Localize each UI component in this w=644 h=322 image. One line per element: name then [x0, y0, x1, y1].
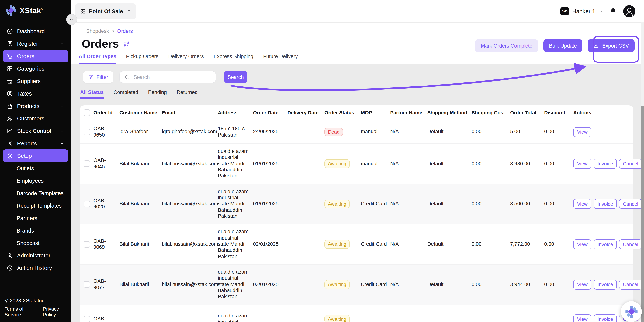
cancel-button[interactable]: Cancel: [619, 159, 642, 169]
sidebar-item-categories[interactable]: Categories: [3, 62, 68, 75]
view-button[interactable]: View: [573, 127, 592, 137]
email: iqra.ghafoor@xstak.com: [162, 129, 218, 135]
sidebar-item-reports[interactable]: Reports: [3, 137, 68, 150]
row-checkbox[interactable]: [84, 201, 90, 207]
filter-button[interactable]: Filter: [83, 71, 113, 83]
sidebar-item-suppliers[interactable]: Suppliers: [3, 75, 68, 87]
sidebar-subitem-outlets[interactable]: Outlets: [3, 162, 68, 174]
row-checkbox[interactable]: [84, 316, 90, 322]
sidebar-item-orders[interactable]: Orders: [3, 50, 68, 62]
column-header-order-id: Order Id: [94, 110, 120, 116]
store-icon: [6, 78, 13, 84]
mop: manual: [361, 161, 390, 167]
view-button[interactable]: View: [573, 159, 592, 169]
shipping-method: Default: [427, 241, 472, 247]
sidebar-item-customers[interactable]: Customers: [3, 112, 68, 125]
sidebar-item-dashboard[interactable]: Dashboard: [3, 25, 68, 37]
content-panel: Filter Search All StatusCompletedPending…: [71, 64, 644, 322]
row-checkbox[interactable]: [84, 161, 90, 167]
vertical-scrollbar[interactable]: [640, 22, 644, 322]
privacy-policy-link[interactable]: Privacy Policy: [43, 306, 66, 318]
sidebar-subitem-employees[interactable]: Employees: [3, 174, 68, 187]
terms-of-service-link[interactable]: Terms of Service: [4, 306, 33, 318]
sidebar-item-label: Register: [17, 40, 38, 47]
tab-all-order-types[interactable]: All Order Types: [79, 54, 116, 64]
sidebar-item-action-history[interactable]: Action History: [3, 262, 68, 274]
invoice-button[interactable]: Invoice: [594, 199, 617, 209]
topbar: Point Of Sale QMS Hanker 1: [71, 0, 644, 23]
sidebar-item-products[interactable]: Products: [3, 100, 68, 112]
avatar[interactable]: [623, 5, 636, 17]
export-csv-button[interactable]: Export CSV: [588, 39, 634, 52]
view-button[interactable]: View: [573, 239, 592, 249]
gear-icon: [6, 152, 13, 159]
sidebar-item-setup[interactable]: Setup: [3, 150, 68, 162]
search-input[interactable]: [133, 74, 204, 80]
sidebar-item-administrator[interactable]: Administrator: [3, 249, 68, 262]
status-tab-pending[interactable]: Pending: [148, 89, 167, 99]
tab-express-shipping[interactable]: Express Shipping: [214, 54, 253, 64]
bulk-update-button[interactable]: Bulk Update: [544, 39, 582, 52]
row-actions: ViewInvoiceCancel: [573, 159, 630, 169]
status-tab-returned[interactable]: Returned: [176, 89, 198, 99]
order-date: 01/01/2025: [253, 201, 288, 207]
breadcrumb-shopdesk[interactable]: Shopdesk: [86, 28, 109, 34]
order-id: OAB-9020: [94, 198, 120, 210]
xstak-widget-button[interactable]: [621, 301, 642, 322]
notifications-bell-icon[interactable]: [610, 7, 617, 15]
person-icon: [6, 252, 13, 259]
column-header-mop: MOP: [361, 110, 390, 116]
row-checkbox[interactable]: [84, 129, 90, 135]
view-button[interactable]: View: [573, 314, 592, 322]
order-id: OAB-: [94, 316, 120, 322]
partner-name: N/A: [390, 129, 427, 135]
app-switcher-button[interactable]: Point Of Sale: [75, 3, 136, 19]
order-date: 01/01/2025: [253, 161, 288, 167]
sidebar-subitem-brands[interactable]: Brands: [3, 224, 68, 237]
refresh-icon[interactable]: [123, 40, 130, 47]
tab-pickup-orders[interactable]: Pickup Orders: [126, 54, 158, 64]
sidebar-subitem-shopcast[interactable]: Shopcast: [3, 237, 68, 249]
search-button[interactable]: Search: [224, 71, 247, 83]
collapse-icon: [69, 17, 74, 22]
row-checkbox[interactable]: [84, 241, 90, 247]
order-status: Dead: [324, 127, 361, 136]
page-title: Orders: [82, 37, 119, 50]
sidebar-item-label: Reports: [17, 140, 37, 147]
sidebar-subitem-barcode-templates[interactable]: Barcode Templates: [3, 187, 68, 199]
tab-future-delivery[interactable]: Future Delivery: [263, 54, 298, 64]
column-header-order-status: Order Status: [324, 110, 361, 116]
mark-orders-complete-button[interactable]: Mark Orders Complete: [475, 39, 538, 52]
status-tab-completed[interactable]: Completed: [114, 89, 138, 99]
sidebar-subitem-label: Shopcast: [17, 240, 40, 246]
breadcrumb-orders[interactable]: Orders: [117, 28, 133, 34]
sidebar-item-stock-control[interactable]: Stock Control: [3, 125, 68, 137]
sidebar-item-register[interactable]: Register: [3, 37, 68, 50]
sidebar-item-label: Administrator: [17, 252, 50, 259]
search-box: [120, 71, 216, 83]
brand-name: XStak®: [20, 6, 43, 15]
sidebar-item-taxes[interactable]: Taxes: [3, 87, 68, 100]
invoice-button[interactable]: Invoice: [594, 239, 617, 249]
shipping-method: Default: [427, 201, 472, 207]
invoice-button[interactable]: Invoice: [594, 159, 617, 169]
sidebar-item-label: Stock Control: [17, 128, 51, 134]
sidebar-subitem-partners[interactable]: Partners: [3, 212, 68, 224]
cancel-button[interactable]: Cancel: [619, 199, 642, 209]
scrollbar-thumb[interactable]: [640, 106, 644, 322]
grid-icon: [80, 8, 86, 14]
view-button[interactable]: View: [573, 280, 592, 289]
select-all-checkbox[interactable]: [84, 110, 90, 116]
cancel-button[interactable]: Cancel: [619, 280, 642, 289]
row-checkbox[interactable]: [84, 281, 90, 288]
email: bilal.hussain@xstak.com: [162, 201, 218, 207]
sidebar-collapse-button[interactable]: [66, 14, 77, 25]
tab-delivery-orders[interactable]: Delivery Orders: [168, 54, 204, 64]
invoice-button[interactable]: Invoice: [594, 314, 617, 322]
org-menu[interactable]: QMS Hanker 1: [560, 7, 604, 15]
cancel-button[interactable]: Cancel: [619, 239, 642, 249]
view-button[interactable]: View: [573, 199, 592, 209]
sidebar-subitem-receipt-templates[interactable]: Receipt Templates: [3, 199, 68, 212]
status-tab-all-status[interactable]: All Status: [80, 89, 104, 99]
invoice-button[interactable]: Invoice: [594, 280, 617, 289]
